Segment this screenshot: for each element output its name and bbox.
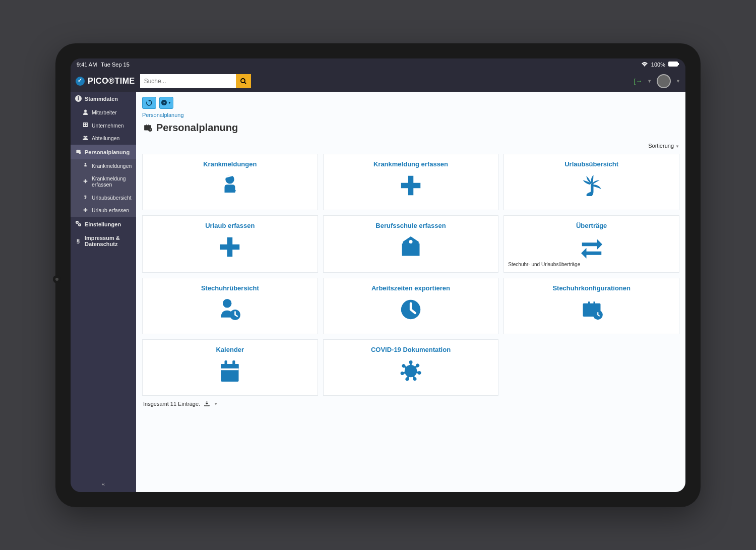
card-user-clock[interactable]: Stechuhrübersicht bbox=[142, 278, 318, 334]
sidebar-group-label: Einstellungen bbox=[85, 221, 121, 227]
battery-icon bbox=[668, 62, 679, 68]
card-school[interactable]: Berufsschule erfassen bbox=[323, 215, 499, 273]
avatar-caret-icon[interactable]: ▼ bbox=[676, 79, 680, 84]
card-virus[interactable]: COVID-19 Dokumentation bbox=[323, 339, 499, 396]
sidebar-item-label: Krankmeldungen bbox=[92, 163, 132, 169]
wifi-icon bbox=[641, 62, 648, 68]
card-subtitle: Stechuhr- und Urlaubsüberträge bbox=[508, 262, 580, 267]
card-transfer[interactable]: ÜberträgeStechuhr- und Urlaubsüberträge bbox=[503, 215, 679, 273]
sidebar-group-label: Impressum & Datenschutz bbox=[85, 235, 132, 247]
search-button[interactable] bbox=[236, 74, 251, 88]
card-briefcase-clock[interactable]: Stechuhrkonfigurationen bbox=[503, 278, 679, 334]
sidebar-item-unternehmen[interactable]: Unternehmen bbox=[71, 119, 136, 132]
sidebar-group-personalplanung[interactable]: Personalplanung bbox=[71, 145, 136, 159]
download-button[interactable] bbox=[204, 401, 210, 407]
palm-tree-icon bbox=[578, 171, 606, 200]
svg-rect-29 bbox=[668, 62, 678, 67]
breadcrumb[interactable]: Personalplanung bbox=[136, 112, 685, 122]
chevron-down-icon[interactable]: ▼ bbox=[214, 402, 218, 406]
search-icon bbox=[240, 78, 246, 84]
building-icon bbox=[82, 122, 89, 129]
sidebar-item-label: Abteilungen bbox=[92, 135, 119, 142]
page-title: Personalplanung bbox=[136, 122, 685, 140]
logo-icon bbox=[76, 77, 85, 86]
logout-icon[interactable]: [→ bbox=[634, 77, 643, 85]
palm-tree-icon bbox=[82, 194, 89, 201]
card-palm-tree[interactable]: Urlaubsübersicht bbox=[503, 154, 679, 210]
svg-point-47 bbox=[79, 224, 80, 225]
sidebar-group-stammdaten[interactable]: i Stammdaten bbox=[71, 92, 136, 106]
avatar[interactable] bbox=[657, 74, 671, 88]
main-content: ? ▼ Personalplanung Personalplanung bbox=[136, 92, 685, 492]
sidebar-item-urlaub-erfassen[interactable]: Urlaub erfassen bbox=[71, 204, 136, 217]
briefcase-clock-icon bbox=[75, 148, 82, 156]
sidebar-group-label: Personalplanung bbox=[85, 149, 130, 155]
user-clock-icon bbox=[216, 295, 244, 324]
chevron-down-icon: ▼ bbox=[168, 101, 171, 104]
battery-text: 100% bbox=[651, 62, 665, 68]
sidebar-item-label: Unternehmen bbox=[92, 123, 124, 129]
users-icon bbox=[82, 135, 89, 142]
transfer-icon bbox=[578, 232, 606, 262]
refresh-icon bbox=[146, 100, 152, 106]
injured-person-icon bbox=[82, 162, 89, 169]
card-title: Überträge bbox=[576, 222, 607, 229]
sidebar-item-krankmeldung-erfassen[interactable]: Krankmeldung erfassen bbox=[71, 172, 136, 191]
card-injured-person[interactable]: Krankmeldungen bbox=[142, 154, 318, 210]
search-input[interactable] bbox=[140, 74, 236, 88]
sidebar-group-label: Stammdaten bbox=[85, 96, 118, 102]
help-button[interactable]: ? ▼ bbox=[159, 97, 173, 109]
sidebar-item-label: Krankmeldung erfassen bbox=[92, 175, 132, 188]
briefcase-clock-icon bbox=[578, 295, 606, 324]
card-title: Krankmeldung erfassen bbox=[373, 160, 448, 168]
card-plus[interactable]: Urlaub erfassen bbox=[142, 215, 318, 273]
logo[interactable]: PICO®TIME bbox=[76, 77, 135, 86]
svg-rect-38 bbox=[86, 124, 87, 125]
tablet-frame: 9:41 AM Tue Sep 15 100% PICO®TIME bbox=[55, 43, 701, 507]
svg-point-45 bbox=[77, 222, 78, 223]
card-title: Urlaub erfassen bbox=[205, 222, 255, 229]
sidebar-item-urlaubsuebersicht[interactable]: Urlaubsübersicht bbox=[71, 191, 136, 204]
card-clock[interactable]: Arbeitszeiten exportieren bbox=[323, 278, 499, 334]
sidebar-item-label: Urlaub erfassen bbox=[92, 207, 129, 214]
injured-person-icon bbox=[216, 171, 244, 200]
svg-rect-37 bbox=[84, 124, 85, 125]
sidebar-item-label: Urlaubsübersicht bbox=[92, 195, 132, 201]
card-title: Arbeitszeiten exportieren bbox=[371, 284, 450, 292]
sidebar-group-impressum[interactable]: § Impressum & Datenschutz bbox=[71, 231, 136, 251]
calendar-icon bbox=[216, 356, 244, 386]
results-footer: Insgesamt 11 Einträge. ▼ bbox=[142, 396, 679, 412]
sidebar-group-einstellungen[interactable]: Einstellungen bbox=[71, 217, 136, 231]
help-icon: ? bbox=[161, 100, 167, 105]
sort-dropdown[interactable]: Sortierung ▼ bbox=[648, 143, 679, 149]
sidebar-collapse-button[interactable]: « bbox=[71, 476, 136, 492]
svg-rect-40 bbox=[86, 125, 87, 126]
card-title: Kalender bbox=[216, 346, 244, 353]
svg-rect-36 bbox=[83, 123, 88, 127]
sidebar-item-abteilungen[interactable]: Abteilungen bbox=[71, 132, 136, 145]
plus-icon bbox=[82, 178, 89, 186]
refresh-button[interactable] bbox=[142, 97, 156, 109]
sidebar-item-krankmeldungen[interactable]: Krankmeldungen bbox=[71, 159, 136, 172]
status-bar: 9:41 AM Tue Sep 15 100% bbox=[71, 58, 685, 71]
card-calendar[interactable]: Kalender bbox=[142, 339, 318, 396]
logout-caret-icon[interactable]: ▼ bbox=[647, 79, 652, 84]
cards-grid: KrankmeldungenKrankmeldung erfassenUrlau… bbox=[142, 154, 679, 396]
sidebar-item-mitarbeiter[interactable]: Mitarbeiter bbox=[71, 106, 136, 119]
status-date: Tue Sep 15 bbox=[101, 62, 129, 68]
card-plus[interactable]: Krankmeldung erfassen bbox=[323, 154, 499, 210]
download-icon bbox=[204, 401, 210, 406]
plus-icon bbox=[82, 207, 89, 214]
virus-icon bbox=[397, 356, 425, 386]
top-bar: PICO®TIME [→ ▼ ▼ bbox=[71, 71, 685, 92]
card-title: COVID-19 Dokumentation bbox=[371, 346, 451, 353]
plus-icon bbox=[216, 232, 244, 262]
chevron-down-icon: ▼ bbox=[675, 144, 679, 149]
person-icon bbox=[82, 109, 89, 116]
svg-rect-30 bbox=[678, 63, 679, 65]
school-icon bbox=[397, 232, 425, 262]
svg-point-35 bbox=[84, 109, 87, 112]
chevron-left-icon: « bbox=[102, 481, 105, 487]
section-icon: § bbox=[75, 238, 82, 244]
clock-icon bbox=[397, 295, 425, 324]
